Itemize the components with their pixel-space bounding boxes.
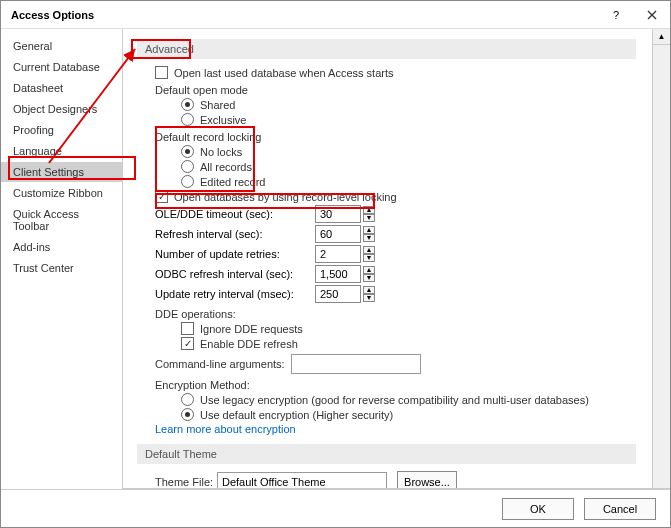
spin-up-icon[interactable]: ▲ xyxy=(363,266,375,274)
radio-exclusive-label: Exclusive xyxy=(200,114,246,126)
spin-down-icon[interactable]: ▼ xyxy=(363,214,375,222)
radio-edited-record[interactable] xyxy=(181,175,194,188)
sidebar-item-current-database[interactable]: Current Database xyxy=(1,57,122,77)
radio-legacy-enc-row[interactable]: Use legacy encryption (good for reverse … xyxy=(181,392,636,407)
input-odbc-refresh[interactable] xyxy=(315,265,361,283)
spin-up-icon[interactable]: ▲ xyxy=(363,226,375,234)
sidebar-item-add-ins[interactable]: Add-ins xyxy=(1,237,122,257)
spinner-update-retries[interactable]: ▲▼ xyxy=(315,245,375,263)
label-ole-dde: OLE/DDE timeout (sec): xyxy=(155,208,315,220)
dialog-window: Access Options ? General Current Databas… xyxy=(0,0,671,528)
checkbox-ignore-dde[interactable] xyxy=(181,322,194,335)
spin-up-icon[interactable]: ▲ xyxy=(363,246,375,254)
spin-down-icon[interactable]: ▼ xyxy=(363,294,375,302)
sidebar-item-quick-access-toolbar[interactable]: Quick Access Toolbar xyxy=(1,204,122,236)
dialog-footer: OK Cancel xyxy=(1,489,670,527)
spin-up-icon[interactable]: ▲ xyxy=(363,206,375,214)
group-default-open-mode: Default open mode xyxy=(155,84,636,96)
content-area: General Current Database Datasheet Objec… xyxy=(1,29,670,489)
radio-edited-record-label: Edited record xyxy=(200,176,265,188)
label-update-retry-interval: Update retry interval (msec): xyxy=(155,288,315,300)
sidebar-item-language[interactable]: Language xyxy=(1,141,122,161)
radio-default-enc-row[interactable]: Use default encryption (Higher security) xyxy=(181,407,636,422)
section-default-theme-header: Default Theme xyxy=(137,444,636,464)
checkbox-open-last-row[interactable]: Open last used database when Access star… xyxy=(155,65,636,80)
radio-edited-record-row[interactable]: Edited record xyxy=(181,174,636,189)
browse-button[interactable]: Browse... xyxy=(397,471,457,488)
radio-legacy-enc-label: Use legacy encryption (good for reverse … xyxy=(200,394,589,406)
link-learn-more-encryption[interactable]: Learn more about encryption xyxy=(155,423,296,435)
radio-default-enc[interactable] xyxy=(181,408,194,421)
help-button[interactable]: ? xyxy=(602,5,630,25)
scroll-up-button[interactable]: ▲ xyxy=(653,29,670,45)
checkbox-record-level-label: Open databases by using record-level loc… xyxy=(174,191,397,203)
radio-shared[interactable] xyxy=(181,98,194,111)
titlebar: Access Options ? xyxy=(1,1,670,29)
spin-up-icon[interactable]: ▲ xyxy=(363,286,375,294)
sidebar: General Current Database Datasheet Objec… xyxy=(1,29,123,489)
radio-no-locks-label: No locks xyxy=(200,146,242,158)
chevron-up-icon: ▲ xyxy=(658,32,666,41)
close-button[interactable] xyxy=(638,5,666,25)
radio-exclusive-row[interactable]: Exclusive xyxy=(181,112,636,127)
group-default-record-locking: Default record locking xyxy=(155,131,636,143)
sidebar-item-proofing[interactable]: Proofing xyxy=(1,120,122,140)
sidebar-item-datasheet[interactable]: Datasheet xyxy=(1,78,122,98)
field-update-retry-interval: Update retry interval (msec): ▲▼ xyxy=(155,284,636,304)
sidebar-item-client-settings[interactable]: Client Settings xyxy=(1,162,122,182)
spinner-update-retry-interval[interactable]: ▲▼ xyxy=(315,285,375,303)
label-odbc-refresh: ODBC refresh interval (sec): xyxy=(155,268,315,280)
label-theme-file: Theme File: xyxy=(155,476,217,488)
vertical-scrollbar[interactable]: ▲ xyxy=(652,29,670,488)
checkbox-ignore-dde-row[interactable]: Ignore DDE requests xyxy=(181,321,636,336)
spinner-odbc-refresh[interactable]: ▲▼ xyxy=(315,265,375,283)
checkbox-enable-dde-refresh[interactable] xyxy=(181,337,194,350)
close-icon xyxy=(647,10,657,20)
radio-no-locks[interactable] xyxy=(181,145,194,158)
help-icon: ? xyxy=(613,9,619,21)
spinner-refresh-interval[interactable]: ▲▼ xyxy=(315,225,375,243)
checkbox-enable-dde-refresh-row[interactable]: Enable DDE refresh xyxy=(181,336,636,351)
input-ole-dde[interactable] xyxy=(315,205,361,223)
checkbox-open-last[interactable] xyxy=(155,66,168,79)
sidebar-item-general[interactable]: General xyxy=(1,36,122,56)
field-cmd-line-args: Command-line arguments: xyxy=(155,353,636,375)
sidebar-item-object-designers[interactable]: Object Designers xyxy=(1,99,122,119)
label-refresh-interval: Refresh interval (sec): xyxy=(155,228,315,240)
group-encryption: Encryption Method: xyxy=(155,379,636,391)
radio-no-locks-row[interactable]: No locks xyxy=(181,144,636,159)
cancel-button[interactable]: Cancel xyxy=(584,498,656,520)
spin-down-icon[interactable]: ▼ xyxy=(363,254,375,262)
spin-down-icon[interactable]: ▼ xyxy=(363,274,375,282)
radio-shared-label: Shared xyxy=(200,99,235,111)
radio-all-records-label: All records xyxy=(200,161,252,173)
checkbox-ignore-dde-label: Ignore DDE requests xyxy=(200,323,303,335)
spinner-ole-dde[interactable]: ▲▼ xyxy=(315,205,375,223)
checkbox-record-level-row[interactable]: Open databases by using record-level loc… xyxy=(155,189,636,204)
input-update-retries[interactable] xyxy=(315,245,361,263)
input-refresh-interval[interactable] xyxy=(315,225,361,243)
checkbox-open-last-label: Open last used database when Access star… xyxy=(174,67,394,79)
radio-legacy-enc[interactable] xyxy=(181,393,194,406)
sidebar-item-trust-center[interactable]: Trust Center xyxy=(1,258,122,278)
group-dde-ops: DDE operations: xyxy=(155,308,636,320)
field-odbc-refresh: ODBC refresh interval (sec): ▲▼ xyxy=(155,264,636,284)
radio-all-records-row[interactable]: All records xyxy=(181,159,636,174)
checkbox-record-level[interactable] xyxy=(155,190,168,203)
input-theme-file[interactable] xyxy=(217,472,387,488)
radio-shared-row[interactable]: Shared xyxy=(181,97,636,112)
label-cmd-line-args: Command-line arguments: xyxy=(155,358,291,370)
radio-exclusive[interactable] xyxy=(181,113,194,126)
radio-all-records[interactable] xyxy=(181,160,194,173)
spin-down-icon[interactable]: ▼ xyxy=(363,234,375,242)
input-update-retry-interval[interactable] xyxy=(315,285,361,303)
field-ole-dde-timeout: OLE/DDE timeout (sec): ▲▼ xyxy=(155,204,636,224)
sidebar-item-customize-ribbon[interactable]: Customize Ribbon xyxy=(1,183,122,203)
ok-button[interactable]: OK xyxy=(502,498,574,520)
checkbox-enable-dde-refresh-label: Enable DDE refresh xyxy=(200,338,298,350)
field-refresh-interval: Refresh interval (sec): ▲▼ xyxy=(155,224,636,244)
label-update-retries: Number of update retries: xyxy=(155,248,315,260)
radio-default-enc-label: Use default encryption (Higher security) xyxy=(200,409,393,421)
link-learn-more-row: Learn more about encryption xyxy=(137,422,636,436)
input-cmd-line-args[interactable] xyxy=(291,354,421,374)
